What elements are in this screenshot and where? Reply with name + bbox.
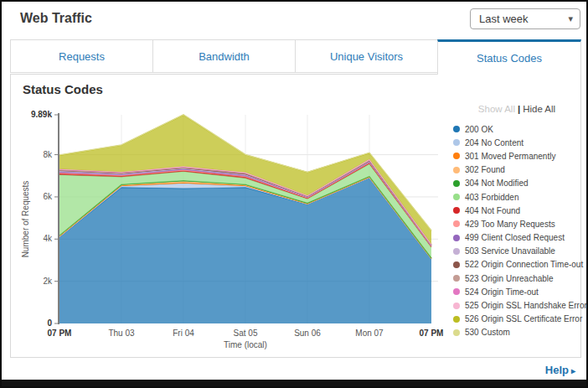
- legend-label: 525 Origin SSL Handshake Error: [465, 301, 587, 310]
- legend-label: 200 OK: [465, 125, 493, 134]
- x-tick-label: Sun 06: [294, 329, 321, 338]
- y-tick-label: 2k: [43, 277, 53, 286]
- show-all-link[interactable]: Show All: [478, 104, 515, 114]
- legend-label: 524 Origin Time-out: [465, 287, 539, 297]
- tab-label: Status Codes: [477, 52, 542, 65]
- legend-swatch-icon: [453, 167, 460, 173]
- legend-item-525-origin-ssl-handshake-error[interactable]: 525 Origin SSL Handshake Error: [453, 298, 580, 312]
- legend-item-304-not-modified[interactable]: 304 Not Modified: [453, 177, 580, 190]
- legend-label: 503 Service Unavailable: [465, 246, 555, 256]
- legend-label: 526 Origin SSL Certificate Error: [465, 314, 582, 323]
- legend-swatch-icon: [453, 261, 460, 268]
- legend-label: 301 Moved Permanently: [465, 152, 555, 161]
- legend-controls: Show All|Hide All: [453, 104, 580, 114]
- time-range-value: Last week: [479, 13, 529, 25]
- tab-requests[interactable]: Requests: [10, 39, 153, 73]
- tab-status-codes[interactable]: Status Codes: [437, 39, 581, 75]
- tab-label: Requests: [59, 50, 105, 63]
- tab-label: Bandwidth: [199, 50, 250, 63]
- y-tick-label: 8k: [43, 150, 53, 159]
- x-tick-label: Thu 03: [108, 329, 135, 338]
- x-tick-label: Fri 04: [173, 329, 194, 338]
- legend-item-526-origin-ssl-certificate-error[interactable]: 526 Origin SSL Certificate Error: [453, 313, 580, 326]
- legend-swatch-icon: [453, 126, 460, 132]
- status-codes-chart[interactable]: 02k4k6k8k9.89k07 PMThu 03Fri 04Sat 05Sun…: [11, 75, 453, 359]
- status-codes-card: Status Codes 02k4k6k8k9.89k07 PMThu 03Fr…: [10, 74, 581, 358]
- legend-swatch-icon: [453, 316, 460, 323]
- legend-swatch-icon: [453, 275, 460, 282]
- legend-label: 499 Client Closed Request: [465, 233, 565, 242]
- page-title: Web Traffic: [20, 11, 92, 26]
- legend-swatch-icon: [453, 248, 460, 255]
- caret-down-icon: ▾: [568, 9, 573, 28]
- y-tick-label: 9.89k: [31, 110, 52, 119]
- legend-label: 522 Origin Connection Time-out: [465, 260, 583, 269]
- x-tick-label: 07 PM: [420, 329, 444, 338]
- y-tick-label: 6k: [43, 192, 53, 201]
- legend-item-302-found[interactable]: 302 Found: [453, 163, 580, 177]
- y-tick-label: 0: [47, 318, 52, 328]
- web-traffic-panel: Web Traffic Last week ▾ Requests Bandwid…: [0, 0, 588, 388]
- chart-legend: 200 OK204 No Content301 Moved Permanentl…: [453, 122, 580, 339]
- legend-item-524-origin-time-out[interactable]: 524 Origin Time-out: [453, 285, 580, 298]
- legend-swatch-icon: [453, 153, 460, 159]
- legend-label: 429 Too Many Requests: [465, 220, 555, 229]
- legend-item-530-custom[interactable]: 530 Custom: [453, 326, 580, 339]
- x-tick-label: Mon 07: [355, 329, 384, 338]
- legend-label: 403 Forbidden: [465, 193, 519, 202]
- legend-swatch-icon: [453, 194, 460, 200]
- legend-item-499-client-closed-request[interactable]: 499 Client Closed Request: [453, 231, 580, 245]
- time-range-select[interactable]: Last week ▾: [470, 8, 580, 29]
- tab-bandwidth[interactable]: Bandwidth: [152, 39, 296, 73]
- y-axis-title: Number of Requests: [21, 181, 30, 258]
- legend-item-403-forbidden[interactable]: 403 Forbidden: [453, 190, 580, 204]
- y-tick-label: 4k: [43, 234, 53, 243]
- legend-item-522-origin-connection-time-out[interactable]: 522 Origin Connection Time-out: [453, 258, 580, 272]
- legend-label: 304 Not Modified: [465, 178, 529, 188]
- legend-item-429-too-many-requests[interactable]: 429 Too Many Requests: [453, 217, 580, 230]
- help-label: Help: [545, 364, 569, 376]
- legend-swatch-icon: [453, 235, 460, 241]
- legend-swatch-icon: [453, 180, 460, 187]
- tab-label: Unique Visitors: [330, 50, 403, 63]
- hide-all-link[interactable]: Hide All: [523, 104, 555, 114]
- tab-unique-visitors[interactable]: Unique Visitors: [295, 39, 438, 73]
- legend-swatch-icon: [453, 207, 460, 214]
- legend-label: 204 No Content: [465, 138, 524, 147]
- legend-swatch-icon: [453, 303, 460, 309]
- legend-item-301-moved-permanently[interactable]: 301 Moved Permanently: [453, 149, 580, 163]
- legend-separator: |: [518, 104, 520, 114]
- legend-item-204-no-content[interactable]: 204 No Content: [453, 136, 580, 149]
- legend-item-200-ok[interactable]: 200 OK: [453, 122, 580, 136]
- x-tick-label: 07 PM: [48, 329, 72, 338]
- legend-item-503-service-unavailable[interactable]: 503 Service Unavailable: [453, 245, 580, 258]
- legend-label: 523 Origin Unreachable: [465, 274, 554, 283]
- legend-swatch-icon: [453, 329, 460, 336]
- help-link[interactable]: Help▸: [545, 364, 575, 376]
- legend-label: 404 Not Found: [465, 206, 520, 215]
- area-200-ok: [59, 178, 431, 323]
- legend-item-523-origin-unreachable[interactable]: 523 Origin Unreachable: [453, 272, 580, 285]
- legend-label: 302 Found: [465, 165, 505, 174]
- bottom-bar: [2, 380, 586, 386]
- legend-swatch-icon: [453, 139, 460, 146]
- x-tick-label: Sat 05: [234, 329, 258, 338]
- x-axis-title: Time (local): [224, 340, 267, 349]
- legend-swatch-icon: [453, 288, 460, 295]
- legend-swatch-icon: [453, 220, 460, 227]
- legend-label: 530 Custom: [465, 328, 510, 337]
- chevron-right-icon: ▸: [571, 366, 575, 375]
- legend-item-404-not-found[interactable]: 404 Not Found: [453, 204, 580, 217]
